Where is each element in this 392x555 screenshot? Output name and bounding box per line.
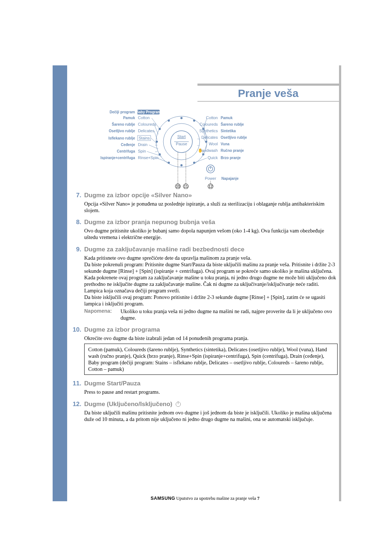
section-body: Opcija «Silver Nano» je ponuđena uz posl…: [84, 200, 338, 214]
svg-text:Osetljivo rublje: Osetljivo rublje: [221, 135, 247, 139]
section-title: Dugme (Uključeno/Isključeno): [84, 401, 181, 408]
section-10: 10. Dugme za izbor programa Okrećite ovo…: [73, 326, 338, 375]
svg-text:11: 11: [184, 185, 188, 189]
svg-text:Pamuk: Pamuk: [123, 116, 135, 120]
dial-right-labels: Cotton Pamuk Coloureds Šareno rublje Syn…: [194, 116, 247, 163]
program-list-box: Cotton (pamuk), Coloureds (šareno rublje…: [84, 344, 338, 375]
section-number: 9.: [73, 246, 81, 253]
svg-text:Ručno pranje: Ručno pranje: [221, 149, 244, 153]
svg-text:10: 10: [176, 185, 180, 189]
dial-pause-label: Pause: [176, 142, 187, 146]
svg-text:Synthetics: Synthetics: [199, 129, 218, 133]
program-dial-diagram: Start Pause Baby Program Dečiji program …: [87, 109, 290, 189]
section-title: Dugme za zaključavanje mašine radi bezbe…: [84, 246, 244, 253]
dial-start-label: Start: [177, 134, 185, 139]
svg-text:12: 12: [208, 185, 213, 189]
svg-text:Delicates: Delicates: [138, 129, 155, 133]
svg-text:→: →: [196, 137, 200, 141]
svg-text:✋: ✋: [198, 148, 203, 153]
svg-text:Wool: Wool: [209, 142, 218, 146]
footer-text: Uputstvo za upotrebu mašine za pranje ve…: [176, 496, 256, 501]
svg-text:Coloureds: Coloureds: [200, 122, 218, 126]
svg-text:←: ←: [155, 149, 159, 154]
svg-text:←: ←: [155, 143, 159, 147]
svg-text:Brzo pranje: Brzo pranje: [221, 156, 241, 160]
section-body: Ovo dugme pritisnite ukoliko je bubanj s…: [84, 227, 338, 240]
section-number: 8.: [73, 219, 81, 226]
section-11: 11. Dugme Start/Pauza Press to pause and…: [73, 380, 338, 395]
svg-text:Sintetika: Sintetika: [221, 129, 236, 133]
svg-text:Cotton: Cotton: [138, 116, 150, 120]
svg-point-3: [193, 119, 195, 122]
svg-text:Dečiji program: Dečiji program: [110, 110, 135, 114]
section-number: 11.: [73, 380, 81, 387]
blue-sidebar: [53, 65, 67, 501]
svg-point-8: [180, 164, 183, 166]
svg-text:Rinse+Spin: Rinse+Spin: [138, 155, 159, 160]
section-number: 10.: [73, 326, 81, 333]
svg-text:Baby Program: Baby Program: [136, 110, 161, 114]
page-footer: SAMSUNG Uputstvo za upotrebu mašine za p…: [73, 496, 338, 501]
section-title: Dugme za izbor pranja nepunog bubnja veš…: [84, 219, 215, 226]
note-text: Ukoliko u toku pranja veša ni jedno dugm…: [121, 308, 338, 321]
svg-text:→: →: [196, 143, 200, 147]
power-icon: [176, 402, 181, 407]
grey-margin: [339, 65, 341, 501]
section-number: 7.: [73, 192, 81, 199]
svg-text:Centrifuga: Centrifuga: [117, 149, 135, 153]
section-7: 7. Dugme za izbor opcije «Silver Nano» O…: [73, 192, 338, 214]
svg-text:Osetljivo rublje: Osetljivo rublje: [109, 129, 135, 133]
svg-text:Napajanje: Napajanje: [221, 177, 239, 181]
svg-text:Power: Power: [205, 176, 216, 181]
svg-point-13: [168, 119, 170, 122]
svg-text:Šareno rublje: Šareno rublje: [112, 122, 135, 126]
page-title: Pranje veša: [238, 87, 299, 100]
svg-text:Stains: Stains: [139, 136, 150, 140]
page: Pranje veša Start Pause Baby Program: [0, 0, 392, 555]
content-area: 7. Dugme za izbor opcije «Silver Nano» O…: [73, 192, 338, 428]
svg-text:Šareno rublje: Šareno rublje: [221, 122, 244, 126]
svg-point-2: [180, 117, 183, 119]
svg-text:Spin: Spin: [138, 149, 146, 153]
section-12: 12. Dugme (Uključeno/Isključeno) Da bist…: [73, 401, 338, 422]
section-body: Press to pause and restart programs.: [84, 389, 338, 395]
svg-text:Vuna: Vuna: [221, 142, 230, 146]
svg-text:Quick: Quick: [208, 155, 218, 160]
svg-text:Ispiranje+centrifuga: Ispiranje+centrifuga: [101, 156, 135, 160]
svg-text:Ceđenje: Ceđenje: [121, 143, 135, 147]
svg-point-10: [159, 153, 161, 155]
svg-text:Isflekano rublje: Isflekano rublje: [109, 136, 135, 140]
dial-left-labels: Cotton Pamuk Coloureds Šareno rublje Del…: [101, 116, 169, 163]
section-9: 9. Dugme za zaključavanje mašine radi be…: [73, 246, 338, 321]
footer-brand: SAMSUNG: [151, 496, 175, 501]
note-label: Napomena:: [84, 308, 121, 321]
svg-text:Pamuk: Pamuk: [221, 116, 233, 120]
page-header-box: Pranje veša: [197, 84, 339, 102]
section-title: Dugme za izbor opcije «Silver Nano»: [84, 192, 192, 199]
section-number: 12.: [73, 401, 81, 408]
section-title: Dugme za izbor programa: [84, 326, 160, 333]
svg-text:Drain: Drain: [138, 142, 147, 147]
section-8: 8. Dugme za izbor pranja nepunog bubnja …: [73, 219, 338, 240]
section-title: Dugme Start/Pauza: [84, 380, 140, 387]
svg-text:Coloureds: Coloureds: [138, 122, 156, 126]
footer-page: 7: [257, 496, 260, 501]
section-body: Kada pritisnete ovo dugme sprečićete det…: [84, 255, 338, 307]
svg-text:Cotton: Cotton: [206, 116, 218, 120]
section-body: Okrećite ovo dugme da biste izabrali jed…: [84, 335, 338, 341]
section-body: Da biste uključili mašinu pritisnite jed…: [84, 409, 338, 422]
